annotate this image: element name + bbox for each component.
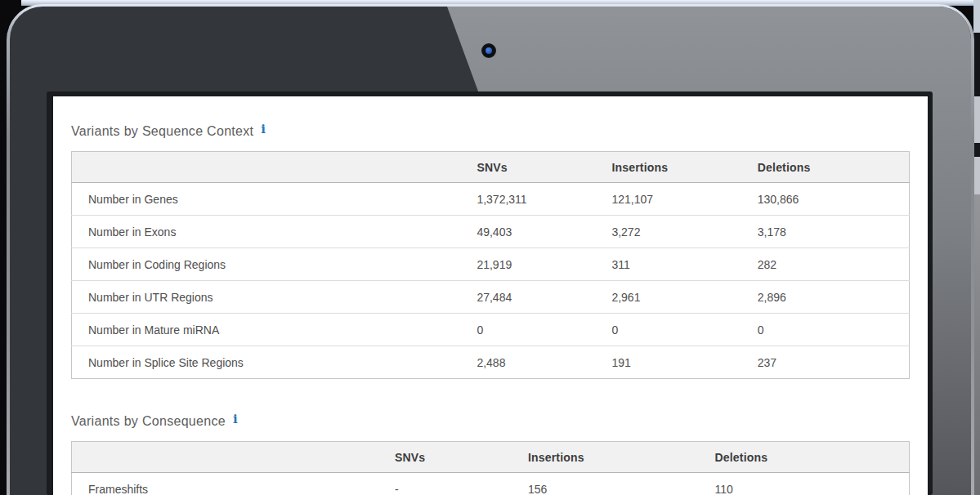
section-title-text: Variants by Consequence	[71, 414, 226, 428]
camera-lens-icon	[486, 47, 492, 54]
column-header-blank	[72, 152, 471, 183]
tablet-screen: Variants by Sequence Contexti SNVs Inser…	[47, 91, 933, 495]
cell-insertions: 0	[605, 314, 750, 346]
section-title-consequence: Variants by Consequencei	[71, 413, 910, 430]
table-row: Number in UTR Regions 27,484 2,961 2,896	[72, 281, 910, 314]
row-label: Number in Splice Site Regions	[72, 346, 471, 379]
row-label: Number in Exons	[72, 216, 471, 248]
cell-insertions: 191	[605, 346, 750, 379]
cell-deletions: 282	[751, 248, 910, 281]
cell-deletions: 130,866	[751, 183, 910, 216]
background-right-segment	[973, 33, 980, 96]
variant-report-page: Variants by Sequence Contexti SNVs Inser…	[53, 96, 928, 495]
cell-insertions: 3,272	[605, 216, 750, 248]
tablet-bezel: Variants by Sequence Contexti SNVs Inser…	[10, 7, 971, 495]
column-header-insertions: Insertions	[605, 152, 750, 183]
table-header-row: SNVs Insertions Deletions	[72, 442, 910, 473]
background-right-segment	[973, 0, 980, 33]
background-right-edge	[973, 0, 980, 495]
info-icon[interactable]: i	[261, 122, 266, 137]
row-label: Number in Coding Regions	[72, 248, 471, 281]
section-title-sequence-context: Variants by Sequence Contexti	[71, 123, 910, 140]
table-row: Frameshifts - 156 110	[72, 473, 910, 495]
background-right-segment	[973, 96, 980, 143]
cell-deletions: 3,178	[751, 216, 910, 248]
column-header-snvs: SNVs	[388, 442, 521, 473]
tablet-device: Variants by Sequence Contexti SNVs Inser…	[7, 4, 974, 495]
table-row: Number in Splice Site Regions 2,488 191 …	[72, 346, 910, 379]
cell-snvs: 21,919	[470, 248, 605, 281]
row-label: Number in UTR Regions	[72, 281, 471, 314]
column-header-insertions: Insertions	[521, 442, 709, 473]
column-header-snvs: SNVs	[470, 152, 605, 183]
consequence-table: SNVs Insertions Deletions Frameshifts - …	[71, 441, 910, 495]
background-right-segment	[973, 194, 980, 495]
cell-insertions: 156	[521, 473, 709, 495]
cell-deletions: 2,896	[751, 281, 910, 314]
cell-snvs: 0	[470, 314, 605, 346]
cell-snvs: 27,484	[470, 281, 605, 314]
column-header-blank	[72, 442, 388, 473]
column-header-deletions: Deletions	[751, 152, 910, 183]
screenshot-scene: Variants by Sequence Contexti SNVs Inser…	[0, 0, 980, 495]
sequence-context-table: SNVs Insertions Deletions Number in Gene…	[71, 151, 910, 379]
row-label: Number in Genes	[72, 183, 471, 216]
section-title-text: Variants by Sequence Context	[71, 124, 253, 138]
camera-icon	[481, 43, 496, 58]
cell-deletions: 0	[751, 314, 910, 346]
cell-snvs: -	[388, 473, 521, 495]
row-label: Number in Mature miRNA	[72, 314, 471, 346]
table-header-row: SNVs Insertions Deletions	[72, 152, 910, 183]
table-row: Number in Exons 49,403 3,272 3,178	[72, 216, 910, 248]
info-icon[interactable]: i	[233, 412, 238, 427]
cell-snvs: 1,372,311	[470, 183, 605, 216]
column-header-deletions: Deletions	[708, 442, 909, 473]
row-label: Frameshifts	[72, 473, 388, 495]
cell-snvs: 2,488	[470, 346, 605, 379]
cell-deletions: 237	[751, 346, 910, 379]
table-row: Number in Coding Regions 21,919 311 282	[72, 248, 910, 281]
cell-insertions: 2,961	[605, 281, 750, 314]
background-right-segment	[973, 143, 980, 157]
background-right-segment	[973, 157, 980, 194]
cell-snvs: 49,403	[470, 216, 605, 248]
table-row: Number in Genes 1,372,311 121,107 130,86…	[72, 183, 910, 216]
cell-insertions: 121,107	[605, 183, 750, 216]
cell-deletions: 110	[708, 473, 909, 495]
cell-insertions: 311	[605, 248, 750, 281]
table-row: Number in Mature miRNA 0 0 0	[72, 314, 910, 346]
